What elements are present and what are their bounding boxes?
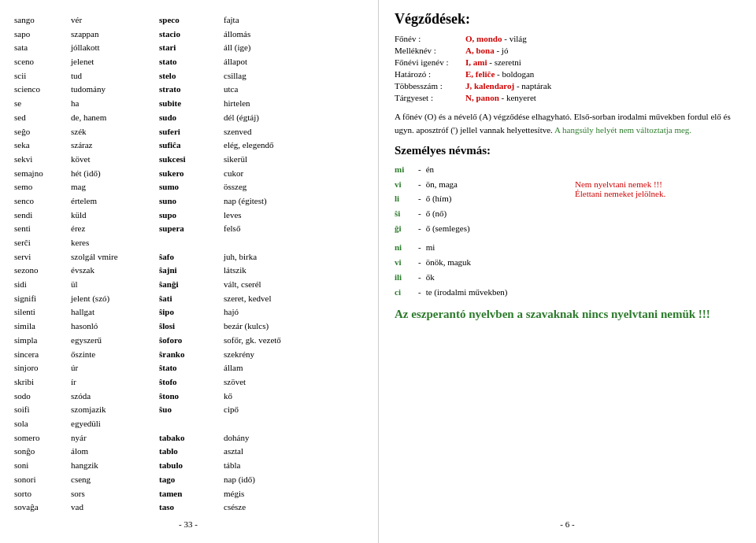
word-cell: ha [71, 98, 158, 111]
word-cell: hasonló [71, 320, 158, 334]
word-cell: cukor [224, 168, 362, 181]
left-page: sangovérspecofajtasaposzappanstacioállom… [0, 0, 378, 543]
word-cell: ŝtato [159, 362, 222, 375]
pronoun-dash: - [418, 206, 421, 221]
colored-ending: I, ami [465, 57, 487, 67]
right-page-number: - 6 - [395, 519, 740, 529]
pronoun-row: mi-én [395, 162, 740, 177]
word-cell: tábla [224, 460, 362, 473]
word-cell: skribi [14, 376, 69, 390]
word-cell: semajno [14, 168, 69, 181]
word-cell: dohány [224, 432, 362, 445]
word-cell: tud [71, 70, 158, 83]
word-cell: seka [14, 139, 69, 153]
word-cell: soifi [14, 404, 69, 417]
grammar-label: Főnévi igenév : [395, 57, 465, 67]
grammar-table: Főnév :O, mondo - világMelléknév :A, bon… [395, 34, 740, 102]
grammar-label: Többesszám : [395, 81, 465, 90]
pronoun-word: ĝi [395, 221, 413, 236]
pronoun-word: ili [395, 270, 413, 285]
grammar-value: O, mondo - világ [465, 34, 740, 43]
word-cell: tablo [159, 445, 222, 459]
word-cell: tabulo [159, 460, 222, 473]
word-cell: sidi [14, 279, 69, 292]
word-cell: hajó [224, 306, 362, 320]
pronoun-row: vi-önök, maguk [395, 255, 740, 270]
page-container: sangovérspecofajtasaposzappanstacioállom… [0, 0, 756, 543]
word-cell: egyszerű [71, 334, 158, 348]
word-cell: szolgál vmire [71, 251, 158, 264]
word-cell: szövet [224, 376, 362, 390]
word-cell: keres [71, 237, 158, 250]
word-cell: sonori [14, 474, 69, 487]
word-cell: ŝajni [159, 264, 222, 278]
pronoun-section: mi-énvi-ön, magali-ő (hím)ŝi-ő (nő)ĝi-ő … [395, 162, 740, 299]
word-cell: sofőr, gk. vezető [224, 334, 362, 348]
word-cell: sovaĝa [14, 501, 69, 515]
word-cell: se [14, 98, 69, 111]
word-cell: mégis [224, 488, 362, 501]
pronoun-word: li [395, 191, 413, 206]
word-cell: hirtelen [224, 98, 362, 111]
word-cell: követ [71, 153, 158, 167]
word-cell: simpla [14, 334, 69, 348]
word-cell: sinjoro [14, 362, 69, 375]
pronoun-dash: - [418, 191, 421, 206]
word-cell: mag [71, 181, 158, 194]
right-page: Végződések: Főnév :O, mondo - világMellé… [378, 0, 756, 543]
pronoun-dash: - [418, 285, 421, 300]
word-cell: somero [14, 432, 69, 445]
word-cell: de, hanem [71, 112, 158, 125]
word-cell: sukero [159, 168, 222, 181]
word-table: sangovérspecofajtasaposzappanstacioállom… [14, 14, 362, 515]
word-cell: úr [71, 362, 158, 375]
word-cell: ŝranko [159, 349, 222, 362]
word-cell: leves [224, 209, 362, 223]
word-cell: supo [159, 209, 222, 223]
word-cell: állam [224, 362, 362, 375]
word-cell: sumo [159, 181, 222, 194]
word-cell: szekrény [224, 349, 362, 362]
word-cell: scii [14, 70, 69, 83]
word-cell: szék [71, 126, 158, 139]
word-cell: strato [159, 83, 222, 97]
word-cell: senti [14, 223, 69, 236]
left-page-number: - 33 - [14, 519, 362, 529]
word-cell: senco [14, 195, 69, 209]
grammar-value: A, bona - jó [465, 46, 740, 55]
pronoun-dash: - [418, 177, 421, 192]
word-cell: supera [159, 223, 222, 236]
final-text: Az eszperantó nyelvben a szavaknak nincs… [395, 305, 740, 323]
word-cell: felső [224, 223, 362, 236]
word-cell: állapot [224, 56, 362, 69]
word-cell: sors [71, 488, 158, 501]
word-cell: őszinte [71, 349, 158, 362]
word-cell: állomás [224, 28, 362, 42]
pronoun-meaning: ön, maga [426, 177, 458, 192]
word-cell: sezono [14, 264, 69, 278]
grammar-value: E, feliĉe - boldogan [465, 69, 740, 79]
word-cell: kő [224, 390, 362, 404]
word-cell: hangzik [71, 460, 158, 473]
word-cell: ŝtofo [159, 376, 222, 390]
word-cell: sekvi [14, 153, 69, 167]
word-cell: jelenet [71, 56, 158, 69]
word-cell: sata [14, 42, 69, 55]
word-cell: ŝtono [159, 390, 222, 404]
word-cell: ŝoforo [159, 334, 222, 348]
word-cell: signifi [14, 293, 69, 306]
endings-title: Végződések: [395, 11, 740, 28]
note-line2: Élettani nemeket jelölnek. [575, 189, 740, 198]
word-cell: cipő [224, 404, 362, 417]
word-cell: szenved [224, 126, 362, 139]
grammar-value: I, ami - szeretni [465, 57, 740, 67]
pronoun-row: ni-mi [395, 240, 740, 255]
colored-ending: O, mondo [465, 34, 502, 43]
word-cell: stato [159, 56, 222, 69]
right-content: Végződések: Főnév :O, mondo - világMellé… [395, 11, 740, 515]
pronoun-dash: - [418, 221, 421, 236]
note-block: Nem nyelvtani nemek !!!Élettani nemeket … [575, 179, 740, 198]
pronoun-word: vi [395, 177, 413, 192]
word-cell: dél (égtáj) [224, 112, 362, 125]
word-cell: ŝafo [159, 251, 222, 264]
